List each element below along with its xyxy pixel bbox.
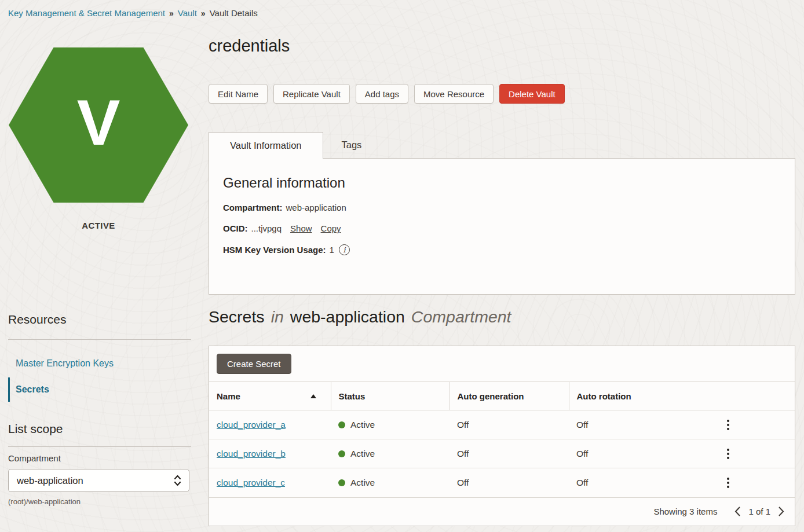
- add-tags-button[interactable]: Add tags: [356, 84, 408, 104]
- tab-tags[interactable]: Tags: [323, 132, 381, 159]
- select-stepper-icon: [173, 474, 182, 487]
- page-title: credentials: [209, 36, 290, 56]
- compartment-select-value: web-application: [17, 475, 83, 486]
- column-header-status: Status: [331, 382, 449, 410]
- hsm-field-label: HSM Key Version Usage:: [223, 245, 326, 255]
- auto-generation-value: Off: [457, 478, 469, 487]
- showing-items-text: Showing 3 items: [653, 507, 717, 516]
- auto-rotation-value: Off: [576, 420, 588, 430]
- secrets-heading-word: Secrets: [209, 307, 265, 326]
- secret-name-link[interactable]: cloud_provider_c: [217, 478, 285, 487]
- ocid-field: OCID: ...tjvpgq Show Copy: [223, 223, 781, 233]
- resources-heading: Resources: [8, 313, 66, 326]
- row-actions-kebab-icon[interactable]: [722, 417, 734, 433]
- ocid-field-value: ...tjvpgq: [251, 223, 282, 233]
- page-indicator: 1 of 1: [748, 507, 770, 516]
- ocid-copy-link[interactable]: Copy: [321, 223, 341, 233]
- secret-name-link[interactable]: cloud_provider_a: [217, 420, 286, 430]
- action-button-row: Edit Name Replicate Vault Add tags Move …: [209, 84, 565, 104]
- info-icon[interactable]: i: [339, 244, 350, 255]
- vault-details-page: Key Management & Secret Management » Vau…: [0, 0, 804, 532]
- secrets-heading-compartment-word: Compartment: [411, 307, 511, 326]
- compartment-field-value: web-application: [286, 203, 346, 212]
- compartment-field: Compartment: web-application: [223, 203, 781, 212]
- pagination: 1 of 1: [734, 506, 784, 517]
- table-row: cloud_provider_a Active Off Off: [209, 410, 795, 439]
- left-sidebar: V ACTIVE Resources Master Encryption Key…: [8, 0, 191, 532]
- status-active-dot-icon: [338, 450, 345, 457]
- compartment-select[interactable]: web-application: [8, 469, 189, 492]
- vault-avatar-letter: V: [77, 90, 120, 155]
- sidebar-item-master-encryption-keys[interactable]: Master Encryption Keys: [16, 358, 114, 369]
- secrets-heading-compartment-name: web-application: [290, 307, 405, 326]
- replicate-vault-button[interactable]: Replicate Vault: [273, 84, 350, 104]
- edit-name-button[interactable]: Edit Name: [209, 84, 268, 104]
- sort-ascending-icon: [310, 394, 316, 398]
- auto-generation-value: Off: [457, 420, 469, 430]
- column-header-name[interactable]: Name: [209, 382, 331, 410]
- column-header-auto-rotation: Auto rotation: [569, 382, 795, 410]
- ocid-show-link[interactable]: Show: [290, 223, 312, 233]
- status-text: Active: [350, 478, 375, 488]
- column-header-auto-generation: Auto generation: [449, 382, 569, 410]
- vault-hexagon-icon: V: [9, 47, 188, 203]
- table-row: cloud_provider_c Active Off Off: [209, 468, 795, 497]
- row-actions-kebab-icon[interactable]: [722, 475, 734, 491]
- row-actions-kebab-icon[interactable]: [722, 446, 734, 462]
- tab-vault-information[interactable]: Vault Information: [209, 132, 323, 159]
- previous-page-icon[interactable]: [734, 506, 741, 517]
- vault-information-panel: General information Compartment: web-app…: [209, 158, 795, 295]
- secrets-heading-in: in: [271, 307, 284, 326]
- move-resource-button[interactable]: Move Resource: [414, 84, 494, 104]
- compartment-field-label: Compartment:: [223, 203, 283, 212]
- status-active-dot-icon: [338, 421, 345, 428]
- list-scope-heading: List scope: [8, 422, 63, 436]
- auto-rotation-value: Off: [576, 478, 588, 488]
- hsm-field-value: 1: [330, 245, 334, 255]
- table-row: cloud_provider_b Active Off Off: [209, 439, 795, 468]
- hsm-key-version-field: HSM Key Version Usage: 1 i: [223, 244, 781, 255]
- secrets-table: Name Status Auto generation Auto rotatio…: [209, 381, 795, 497]
- create-secret-button[interactable]: Create Secret: [217, 354, 291, 374]
- tab-bar: Vault Information Tags: [209, 132, 380, 159]
- status-active-dot-icon: [338, 479, 345, 486]
- table-toolbar: Create Secret: [209, 346, 795, 381]
- compartment-path: (root)/web-application: [8, 497, 81, 506]
- sidebar-item-secrets-label[interactable]: Secrets: [16, 384, 49, 395]
- table-header-row: Name Status Auto generation Auto rotatio…: [209, 382, 795, 410]
- status-text: Active: [350, 420, 375, 430]
- auto-generation-value: Off: [457, 449, 469, 458]
- secrets-section-heading: Secretsinweb-applicationCompartment: [209, 307, 511, 326]
- next-page-icon[interactable]: [778, 506, 784, 517]
- secrets-table-card: Create Secret Name Status Auto generatio…: [209, 346, 795, 526]
- compartment-label: Compartment: [8, 453, 61, 463]
- ocid-field-label: OCID:: [223, 223, 248, 233]
- vault-status-label: ACTIVE: [9, 221, 188, 230]
- general-information-heading: General information: [223, 175, 781, 191]
- table-footer: Showing 3 items 1 of 1: [209, 497, 795, 526]
- status-text: Active: [350, 449, 375, 459]
- divider: [8, 446, 191, 447]
- breadcrumb-separator: »: [201, 9, 206, 18]
- main-content: credentials Edit Name Replicate Vault Ad…: [209, 0, 796, 532]
- auto-rotation-value: Off: [576, 449, 588, 459]
- divider: [8, 339, 191, 340]
- secret-name-link[interactable]: cloud_provider_b: [217, 449, 286, 458]
- delete-vault-button[interactable]: Delete Vault: [499, 84, 565, 104]
- sidebar-item-secrets[interactable]: Secrets: [8, 377, 49, 402]
- column-header-name-label: Name: [217, 391, 240, 401]
